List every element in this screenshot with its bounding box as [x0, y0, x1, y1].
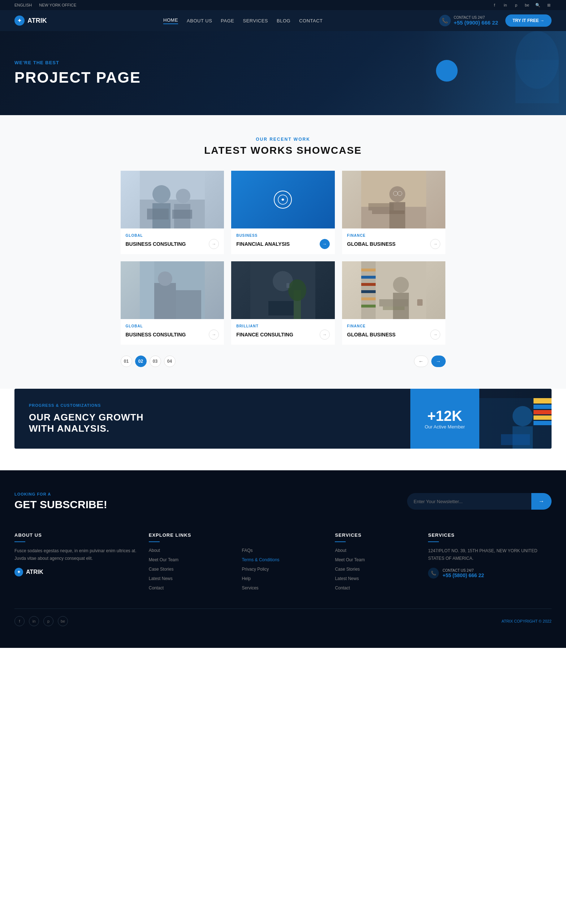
portfolio-image-1[interactable] — [120, 171, 224, 228]
page-3[interactable]: 03 — [149, 356, 161, 367]
header: ✦ ATRIK HOME ABOUT US PAGE SERVICES BLOG… — [0, 10, 566, 31]
footer-link-about[interactable]: About — [149, 548, 160, 553]
footer-behance-icon[interactable]: be — [58, 616, 68, 626]
portfolio-arrow-1[interactable]: → — [209, 239, 219, 249]
portfolio-image-3[interactable] — [342, 171, 446, 228]
svg-rect-30 — [268, 301, 294, 315]
footer-facebook-icon[interactable]: f — [14, 616, 24, 626]
subscribe-title: GET SUBSCRIBE! — [14, 498, 107, 511]
portfolio-image-6[interactable] — [342, 261, 446, 319]
svg-rect-38 — [361, 297, 376, 300]
works-section: OUR RECENT WORK LATEST WORKS SHOWCASE — [0, 115, 566, 389]
header-contact: 📞 CONTACT US 24/7 +55 (9900) 666 22 — [439, 15, 498, 26]
hero-section: WE'RE THE BEST PROJECT PAGE — [0, 31, 566, 115]
try-free-button[interactable]: TRY IT FREE → — [505, 14, 552, 27]
page-4[interactable]: 04 — [164, 356, 176, 367]
portfolio-item-4: GLOBAL BUSINESS CONSULTING → — [120, 261, 224, 345]
footer-service-contact[interactable]: Contact — [335, 585, 350, 591]
svg-point-6 — [176, 189, 190, 203]
portfolio-arrow-3[interactable]: → — [430, 239, 440, 249]
portfolio-info-5: BRILLIANT FINANCE CONSULTING → — [231, 319, 335, 345]
office-selector[interactable]: NEW YORK OFFICE — [39, 3, 76, 7]
svg-rect-23 — [176, 290, 201, 319]
portfolio-arrow-2[interactable]: → — [320, 239, 330, 249]
nav-services[interactable]: SERVICES — [243, 18, 268, 24]
footer-logo: ✦ ATRIK — [14, 568, 138, 576]
logo[interactable]: ✦ ATRIK — [14, 15, 47, 26]
svg-point-40 — [393, 277, 409, 293]
footer-service-news[interactable]: Latest News — [335, 576, 359, 581]
footer-service-team[interactable]: Meet Our Team — [335, 557, 364, 562]
next-page-button[interactable]: → — [431, 356, 446, 367]
footer-link-news[interactable]: Latest News — [149, 576, 173, 581]
footer-linkedin-icon[interactable]: in — [29, 616, 39, 626]
portfolio-image-5[interactable] — [231, 261, 335, 319]
footer-explore-links-2: FAQs Terms & Conditions Privacy Policy H… — [242, 547, 324, 591]
footer-link-help[interactable]: Help — [242, 576, 251, 581]
works-section-label: OUR RECENT WORK — [14, 137, 552, 142]
pagination: 01 02 03 04 ← → — [120, 356, 446, 367]
svg-rect-51 — [533, 410, 552, 414]
facebook-icon[interactable]: f — [492, 2, 497, 8]
page-1[interactable]: 01 — [120, 356, 132, 367]
footer-about-text: Fusce sodales egestas neque, in enim pul… — [14, 547, 138, 562]
nav-contact[interactable]: CONTACT — [299, 18, 322, 24]
logo-icon: ✦ — [14, 15, 24, 26]
portfolio-category-4: GLOBAL — [126, 324, 219, 328]
portfolio-arrow-4[interactable]: → — [209, 330, 219, 340]
header-contact-text: CONTACT US 24/7 +55 (9900) 666 22 — [454, 15, 498, 26]
portfolio-name-1: BUSINESS CONSULTING — [126, 241, 186, 247]
footer-link-faqs[interactable]: FAQs — [242, 548, 253, 553]
portfolio-name-6: GLOBAL BUSINESS — [347, 332, 396, 338]
footer-link-privacy[interactable]: Privacy Policy — [242, 567, 269, 572]
behance-icon[interactable]: be — [524, 2, 530, 8]
grid-icon[interactable]: ⊞ — [546, 2, 552, 8]
portfolio-name-row-1: BUSINESS CONSULTING → — [126, 239, 219, 249]
newsletter-input[interactable] — [407, 493, 531, 510]
instagram-icon[interactable]: in — [503, 2, 508, 8]
portfolio-item-6: FINANCE GLOBAL BUSINESS → — [342, 261, 446, 345]
nav-about[interactable]: ABOUT US — [187, 18, 212, 24]
footer-about-col: ABOUT US Fusce sodales egestas neque, in… — [14, 532, 138, 594]
nav-page[interactable]: PAGE — [221, 18, 234, 24]
nav-home[interactable]: HOME — [163, 17, 178, 24]
svg-rect-36 — [361, 283, 376, 286]
footer-link-terms[interactable]: Terms & Conditions — [242, 557, 280, 562]
subscribe-looking-label: LOOKING FOR A — [14, 492, 107, 496]
language-selector[interactable]: ENGLISH — [14, 3, 32, 7]
portfolio-info-1: GLOBAL BUSINESS CONSULTING → — [120, 228, 224, 254]
footer-contact-title: SERVICES — [428, 532, 552, 542]
svg-rect-43 — [383, 306, 405, 310]
portfolio-arrow-6[interactable]: → — [430, 330, 440, 340]
portfolio-category-3: FINANCE — [347, 234, 441, 237]
footer-link-contact[interactable]: Contact — [149, 585, 164, 591]
footer-service-about[interactable]: About — [335, 548, 346, 553]
portfolio-image-2[interactable] — [231, 171, 335, 228]
svg-rect-49 — [533, 398, 552, 404]
svg-rect-37 — [361, 290, 376, 293]
footer-explore-links: About Meet Our Team Case Stories Latest … — [149, 547, 231, 591]
nav-blog[interactable]: BLOG — [277, 18, 291, 24]
footer-service-stories[interactable]: Case Stories — [335, 567, 360, 572]
footer-services-col: SERVICES About Meet Our Team Case Storie… — [335, 532, 417, 594]
portfolio-info-6: FINANCE GLOBAL BUSINESS → — [342, 319, 446, 345]
footer-contact-row: 📞 CONTACT US 24/7 +55 (5800) 666 22 — [428, 568, 552, 579]
portfolio-name-3: GLOBAL BUSINESS — [347, 241, 396, 247]
prev-page-button[interactable]: ← — [414, 356, 428, 367]
portfolio-name-row-6: GLOBAL BUSINESS → — [347, 330, 441, 340]
pinterest-icon[interactable]: p — [513, 2, 519, 8]
portfolio-info-2: BUSINESS FINANCIAL ANALYSIS → — [231, 228, 335, 254]
svg-point-14 — [389, 186, 405, 202]
footer-link-stories[interactable]: Case Stories — [149, 567, 174, 572]
svg-rect-21 — [154, 283, 176, 319]
portfolio-image-4[interactable] — [120, 261, 224, 319]
page-2[interactable]: 02 — [135, 356, 147, 367]
search-icon[interactable]: 🔍 — [535, 2, 541, 8]
footer-link-team[interactable]: Meet Our Team — [149, 557, 178, 562]
footer-link-services[interactable]: Services — [242, 585, 259, 591]
phone-icon: 📞 — [439, 15, 451, 26]
agency-stats: +12K Our Active Member — [410, 389, 479, 448]
portfolio-arrow-5[interactable]: → — [320, 330, 330, 340]
footer-instagram-icon[interactable]: p — [43, 616, 53, 626]
subscribe-button[interactable]: → — [531, 493, 552, 510]
